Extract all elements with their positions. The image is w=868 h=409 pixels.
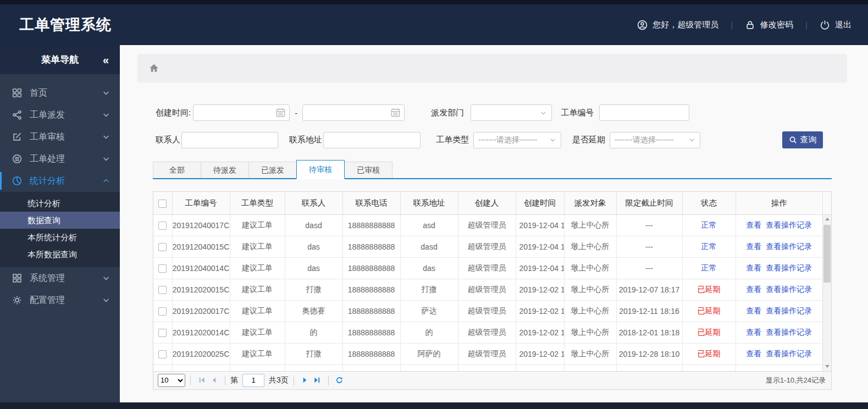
row-checkbox[interactable] (158, 243, 167, 251)
sidebar-item-statistics[interactable]: 统计分析 (0, 170, 120, 192)
tab-dispatched[interactable]: 已派发 (248, 162, 297, 178)
tab-to-review[interactable]: 待审核 (296, 160, 345, 179)
create-time-end-input[interactable] (302, 104, 405, 121)
sidebar-subitem-data-query[interactable]: 数据查询 (0, 212, 120, 229)
sidebar-item-review[interactable]: 工单审核 (0, 126, 120, 148)
sidebar-collapse-icon[interactable]: « (103, 53, 108, 66)
cell-order-id: 201912020015C (172, 279, 230, 301)
sidebar-item-config[interactable]: 配置管理 (0, 289, 120, 311)
view-link[interactable]: 查看 (746, 242, 761, 251)
col-header: 状态 (682, 192, 736, 214)
work-order-table: 工单编号 工单类型 联系人 联系电话 联系地址 创建人 创建时间 派发对象 限定… (153, 191, 832, 372)
view-link[interactable]: 查看 (746, 328, 761, 336)
sidebar-subitem-branch-statistics[interactable]: 本所统计分析 (0, 229, 120, 246)
scroll-up-button[interactable] (823, 215, 831, 224)
view-link[interactable]: 查看 (746, 349, 761, 358)
calendar-icon[interactable] (275, 107, 286, 118)
row-checkbox[interactable] (158, 222, 167, 230)
sidebar-title: 菜单导航 « (0, 45, 120, 74)
view-link[interactable]: 查看 (746, 263, 761, 272)
view-log-link[interactable]: 查看操作记录 (766, 285, 812, 294)
view-log-link[interactable]: 查看操作记录 (766, 220, 812, 229)
col-header: 限定截止时间 (616, 192, 682, 214)
sidebar-item-label: 系统管理 (30, 273, 65, 284)
select-all-checkbox[interactable] (158, 200, 167, 208)
tab-all[interactable]: 全部 (153, 162, 201, 178)
pie-chart-icon (12, 176, 22, 186)
status-badge: 已延期 (682, 322, 736, 344)
sidebar: 菜单导航 « 首页 工单派发 工单审核 (0, 45, 120, 402)
dispatch-dept-select[interactable] (471, 104, 552, 121)
sidebar-item-home[interactable]: 首页 (0, 82, 120, 104)
prev-page-button[interactable] (208, 374, 220, 386)
row-checkbox[interactable] (158, 264, 167, 273)
table-row: 201912040014C 建议工单 das 18888888888 das 超… (153, 258, 822, 279)
col-header: 工单类型 (230, 192, 285, 214)
view-link[interactable]: 查看 (746, 220, 761, 229)
tab-reviewed[interactable]: 已审核 (344, 162, 392, 178)
order-no-input[interactable] (599, 104, 689, 121)
delay-select[interactable]: -------请选择------- (610, 132, 700, 148)
sidebar-item-label: 统计分析 (30, 175, 65, 187)
view-log-link[interactable]: 查看操作记录 (766, 328, 812, 336)
change-password-button[interactable]: 修改密码 (745, 20, 793, 30)
query-button-label: 查询 (800, 135, 817, 145)
last-page-button[interactable] (311, 374, 323, 386)
view-log-link[interactable]: 查看操作记录 (766, 306, 812, 315)
header-divider: | (731, 20, 733, 30)
query-button[interactable]: 查询 (782, 131, 823, 148)
vertical-scrollbar[interactable] (822, 215, 831, 371)
row-checkbox[interactable] (158, 286, 167, 294)
row-checkbox[interactable] (158, 307, 167, 316)
search-icon (789, 136, 797, 144)
address-input[interactable] (323, 132, 421, 148)
sidebar-item-process[interactable]: 工单处理 (0, 148, 120, 170)
logout-button[interactable]: 退出 (820, 20, 852, 30)
page-size-select[interactable]: 10 (158, 374, 185, 387)
calendar-icon[interactable] (390, 107, 401, 118)
scrollbar-thumb[interactable] (823, 225, 831, 283)
sidebar-item-dispatch[interactable]: 工单派发 (0, 104, 120, 126)
sidebar-subitem-branch-data-query[interactable]: 本所数据查询 (0, 246, 120, 263)
header-actions: 您好，超级管理员 | 修改密码 | 退出 (637, 20, 852, 30)
view-link[interactable]: 查看 (746, 306, 761, 315)
delay-value: -------请选择------- (615, 135, 688, 145)
footer-strip (0, 402, 868, 409)
home-icon[interactable] (148, 63, 159, 74)
address-label: 联系地址 (289, 135, 322, 145)
next-page-button[interactable] (299, 374, 311, 386)
table-body: 201912040017C 建议工单 dasd 18888888888 asd … (153, 215, 831, 371)
sidebar-item-label: 首页 (30, 87, 47, 99)
chevron-down-icon (102, 296, 110, 304)
dispatch-dept-label: 派发部门 (431, 108, 464, 118)
breadcrumb (137, 54, 847, 82)
sidebar-subitem-statistics[interactable]: 统计分析 (0, 195, 120, 212)
view-log-link[interactable]: 查看操作记录 (766, 242, 812, 251)
order-type-select[interactable]: -------请选择------- (473, 132, 561, 148)
page-number-input[interactable] (242, 374, 264, 387)
sidebar-title-text: 菜单导航 (41, 53, 79, 66)
logout-label: 退出 (835, 20, 852, 30)
total-pages: 共3页 (269, 375, 289, 385)
scroll-down-button[interactable] (823, 362, 831, 371)
col-header: 创建人 (458, 192, 516, 214)
user-greeting[interactable]: 您好，超级管理员 (637, 20, 718, 30)
row-checkbox[interactable] (158, 350, 167, 358)
app-window: 工单管理系统 您好，超级管理员 | 修改密码 | 退出 (0, 0, 868, 409)
sidebar-item-system[interactable]: 系统管理 (0, 267, 120, 289)
chevron-down-icon (102, 89, 110, 97)
view-log-link[interactable]: 查看操作记录 (766, 263, 812, 272)
chevron-down-icon (549, 136, 556, 143)
first-page-button[interactable] (196, 374, 208, 386)
cell-order-id: 201912040017C (172, 215, 230, 236)
row-checkbox[interactable] (158, 329, 167, 337)
status-badge: 已延期 (682, 301, 736, 322)
table-row: 201912020025C 建议工单 打撒 18888888888 阿萨的 超级… (153, 344, 822, 365)
view-link[interactable]: 查看 (746, 285, 761, 294)
chevron-down-icon (102, 111, 110, 119)
view-log-link[interactable]: 查看操作记录 (766, 349, 812, 358)
contact-input[interactable] (181, 132, 278, 148)
tab-to-dispatch[interactable]: 待派发 (201, 162, 249, 178)
refresh-button[interactable] (334, 374, 346, 386)
col-header: 联系人 (285, 192, 342, 214)
